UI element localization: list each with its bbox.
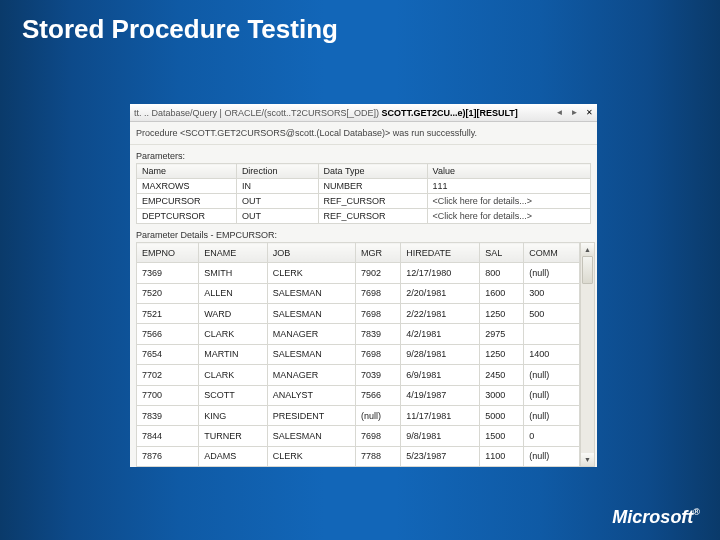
app-window: tt. .. Database/Query | ORACLE/(scott..T… (130, 104, 597, 467)
table-row[interactable]: 7369SMITHCLERK790212/17/1980800(null) (137, 263, 580, 283)
details-table: EMPNO ENAME JOB MGR HIREDATE SAL COMM 73… (136, 242, 580, 467)
close-button[interactable]: ✕ (584, 107, 595, 118)
details-header-row: EMPNO ENAME JOB MGR HIREDATE SAL COMM (137, 243, 580, 263)
table-row[interactable]: DEPTCURSOR OUT REF_CURSOR <Click here fo… (137, 209, 591, 224)
titlebar-prefix: tt. .. Database/Query | ORACLE/(scott..T… (134, 108, 379, 118)
col-name[interactable]: Name (137, 164, 237, 179)
nav-next-button[interactable]: ► (569, 107, 580, 118)
scroll-thumb[interactable] (582, 256, 593, 284)
table-row[interactable]: 7876ADAMSCLERK77885/23/19871100(null) (137, 446, 580, 466)
table-row[interactable]: 7844TURNERSALESMAN76989/8/198115000 (137, 426, 580, 446)
scroll-down-icon[interactable]: ▼ (581, 453, 594, 466)
col-hiredate[interactable]: HIREDATE (401, 243, 480, 263)
titlebar-bold: SCOTT.GET2CU...e)[1][RESULT] (381, 108, 517, 118)
col-sal[interactable]: SAL (480, 243, 524, 263)
microsoft-logo: Microsoft® (612, 507, 700, 528)
parameters-table: Name Direction Data Type Value MAXROWS I… (136, 163, 591, 224)
table-row[interactable]: 7654MARTINSALESMAN76989/28/198112501400 (137, 344, 580, 364)
col-job[interactable]: JOB (267, 243, 355, 263)
col-empno[interactable]: EMPNO (137, 243, 199, 263)
col-ename[interactable]: ENAME (199, 243, 268, 263)
table-row[interactable]: 7521WARDSALESMAN76982/22/19811250500 (137, 304, 580, 324)
col-mgr[interactable]: MGR (355, 243, 400, 263)
vertical-scrollbar[interactable]: ▲ ▼ (580, 242, 595, 467)
table-row[interactable]: EMPCURSOR OUT REF_CURSOR <Click here for… (137, 194, 591, 209)
params-header-row: Name Direction Data Type Value (137, 164, 591, 179)
window-titlebar: tt. .. Database/Query | ORACLE/(scott..T… (130, 104, 597, 122)
nav-prev-button[interactable]: ◄ (554, 107, 565, 118)
details-label: Parameter Details - EMPCURSOR: (130, 224, 597, 242)
table-row[interactable]: MAXROWS IN NUMBER 111 (137, 179, 591, 194)
details-link[interactable]: <Click here for details...> (427, 209, 590, 224)
titlebar-text: tt. .. Database/Query | ORACLE/(scott..T… (134, 108, 550, 118)
table-row[interactable]: 7566CLARKMANAGER78394/2/19812975 (137, 324, 580, 344)
col-value[interactable]: Value (427, 164, 590, 179)
col-comm[interactable]: COMM (524, 243, 580, 263)
parameters-label: Parameters: (130, 145, 597, 163)
slide-root: Stored Procedure Testing tt. .. Database… (0, 0, 720, 540)
table-row[interactable]: 7700SCOTTANALYST75664/19/19873000(null) (137, 385, 580, 405)
table-row[interactable]: 7520ALLENSALESMAN76982/20/19811600300 (137, 283, 580, 303)
col-direction[interactable]: Direction (236, 164, 318, 179)
status-message: Procedure <SCOTT.GET2CURSORS@scott.(Loca… (130, 122, 597, 145)
details-area: EMPNO ENAME JOB MGR HIREDATE SAL COMM 73… (136, 242, 597, 467)
table-row[interactable]: 7702CLARKMANAGER70396/9/19812450(null) (137, 365, 580, 385)
table-row[interactable]: 7839KINGPRESIDENT(null)11/17/19815000(nu… (137, 405, 580, 425)
scroll-up-icon[interactable]: ▲ (581, 243, 594, 256)
slide-title: Stored Procedure Testing (0, 0, 720, 45)
details-link[interactable]: <Click here for details...> (427, 194, 590, 209)
col-datatype[interactable]: Data Type (318, 164, 427, 179)
